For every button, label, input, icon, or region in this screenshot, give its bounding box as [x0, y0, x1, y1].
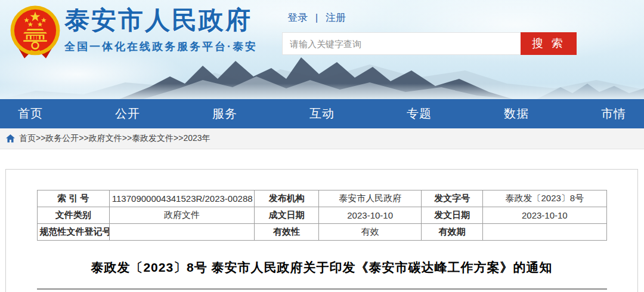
search-bar: 搜 索 [282, 32, 577, 55]
header-right-panel: 登录 | 注册 搜 索 [282, 11, 577, 55]
meta-value-date-issued: 2023-10-10 [483, 207, 606, 224]
meta-label-doc-number: 发文字号 [422, 190, 483, 207]
meta-label-valid-period: 有效期 [422, 224, 483, 241]
register-link[interactable]: 注册 [326, 12, 346, 23]
meta-value-issuing-agency: 泰安市人民政府 [319, 190, 422, 207]
nav-item-interaction[interactable]: 互动 [309, 106, 335, 122]
login-link[interactable]: 登录 [287, 12, 308, 23]
nav-item-data[interactable]: 数据 [504, 106, 529, 122]
meta-label-issuing-agency: 发布机构 [255, 190, 319, 207]
breadcrumb-bar: 首页>>政务公开>>政府文件>>泰政发文件>>2023年 [0, 128, 644, 149]
meta-label-validity: 有效性 [255, 224, 319, 241]
auth-links: 登录 | 注册 [287, 11, 577, 24]
meta-value-category: 政府文件 [109, 207, 255, 224]
meta-value-validity: 有效 [319, 224, 422, 241]
meta-value-doc-number: 泰政发〔2023〕8号 [483, 190, 606, 207]
home-icon [6, 134, 15, 143]
meta-value-registration-no [109, 224, 255, 241]
meta-label-index-no: 索 引 号 [37, 190, 109, 207]
document-meta-table: 索 引 号 11370900004341523R/2023-00288 发布机构… [37, 190, 607, 241]
search-button[interactable]: 搜 索 [521, 32, 577, 55]
page-title: 泰政发〔2023〕8号 泰安市人民政府关于印发《泰安市碳达峰工作方案》的通知 [6, 259, 637, 276]
fog-overlay [0, 84, 644, 99]
main-nav: 首页 公开 服务 互动 专题 数据 市情 [0, 99, 644, 128]
site-subtitle: 全国一体化在线政务服务平台·泰安 [64, 39, 258, 54]
meta-label-date-issued: 发文日期 [422, 207, 483, 224]
nav-item-home[interactable]: 首页 [18, 106, 43, 122]
table-row: 文件类别 政府文件 成文日期 2023-10-10 发文日期 2023-10-1… [37, 207, 606, 224]
breadcrumb[interactable]: 首页>>政务公开>>政府文件>>泰政发文件>>2023年 [19, 133, 210, 144]
table-row: 规范性文件登记号 有效性 有效 有效期 [37, 224, 606, 241]
nav-item-disclosure[interactable]: 公开 [115, 106, 140, 122]
search-input[interactable] [283, 33, 521, 54]
meta-value-valid-period [483, 224, 606, 241]
nav-item-city-info[interactable]: 市情 [601, 106, 626, 122]
national-emblem-logo [8, 4, 62, 62]
main-content: 索 引 号 11370900004341523R/2023-00288 发布机构… [0, 149, 644, 292]
nav-item-services[interactable]: 服务 [212, 106, 237, 122]
document-card: 索 引 号 11370900004341523R/2023-00288 发布机构… [5, 169, 638, 292]
title-divider [37, 288, 607, 290]
site-title: 泰安市人民政府 [64, 6, 258, 35]
meta-label-registration-no: 规范性文件登记号 [37, 224, 109, 241]
auth-divider: | [315, 12, 318, 23]
nav-item-topics[interactable]: 专题 [407, 106, 432, 122]
table-row: 索 引 号 11370900004341523R/2023-00288 发布机构… [37, 190, 606, 207]
site-brand: 泰安市人民政府 全国一体化在线政务服务平台·泰安 [64, 6, 258, 54]
meta-label-category: 文件类别 [37, 207, 109, 224]
meta-value-index-no: 11370900004341523R/2023-00288 [109, 190, 255, 207]
meta-value-date-written: 2023-10-10 [319, 207, 422, 224]
meta-label-date-written: 成文日期 [255, 207, 319, 224]
site-header: 泰安市人民政府 全国一体化在线政务服务平台·泰安 登录 | 注册 搜 索 [0, 0, 644, 99]
